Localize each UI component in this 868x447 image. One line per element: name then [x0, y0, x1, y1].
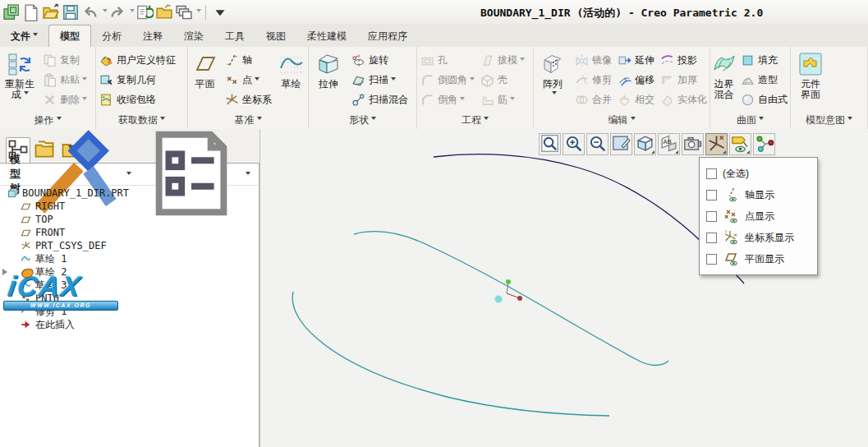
menu-item-axis-display[interactable]: 轴显示	[700, 184, 817, 205]
menu-item-csys-display-checkbox[interactable]	[706, 233, 717, 243]
draft-button[interactable]: 拔模	[477, 50, 527, 70]
recent-folder-button[interactable]	[155, 3, 173, 21]
menu-item-point-display[interactable]: 点显示	[700, 205, 817, 227]
tree-item-在此插入[interactable]: 在此插入	[0, 318, 259, 331]
zoom-fit-button[interactable]	[539, 133, 561, 155]
trim-button[interactable]: 修剪	[572, 70, 614, 90]
ribbon-group-label-曲面[interactable]: 曲面	[710, 113, 790, 127]
zoom-in-button[interactable]	[563, 133, 585, 155]
redo-button[interactable]	[108, 3, 126, 21]
swept-blend-button[interactable]: 扫描混合	[348, 90, 411, 109]
tree-item-RIGHT[interactable]: RIGHT	[0, 200, 259, 213]
datum-display-filters-button[interactable]	[705, 133, 728, 155]
extrude-button[interactable]: 拉伸	[309, 48, 348, 90]
offset-button[interactable]: 偏移	[614, 70, 657, 90]
component-interface-button[interactable]: 元件界面	[791, 48, 830, 100]
project-button[interactable]: 投影	[657, 50, 710, 70]
ribbon-group-label-工程[interactable]: 工程	[417, 113, 533, 127]
shell-button[interactable]: 壳	[477, 70, 527, 90]
copy-button[interactable]: 复制	[39, 50, 90, 70]
round-button[interactable]: 倒圆角	[417, 70, 477, 90]
shrinkwrap-button[interactable]: 收缩包络	[96, 90, 178, 109]
tab-柔性建模[interactable]: 柔性建模	[296, 25, 357, 47]
datum-point-button[interactable]: 点	[222, 70, 274, 90]
tree-item-PRT_CSYS_DEF[interactable]: PRT_CSYS_DEF	[0, 239, 259, 252]
regenerate-quick-button[interactable]	[135, 3, 154, 21]
round-button-label: 倒圆角	[438, 73, 467, 87]
tree-item-FRONT[interactable]: FRONT	[0, 226, 259, 239]
tree-item-草绘 1[interactable]: 草绘 1	[0, 252, 259, 265]
ribbon-group-label-形状[interactable]: 形状	[309, 113, 416, 127]
merge-button[interactable]: 合并	[572, 90, 614, 109]
creo-application-window: BOUNDARY_1_DIR (活动的) - Creo Parametric 2…	[0, 0, 868, 447]
menu-item-csys-display[interactable]: yz坐标系显示	[700, 227, 817, 248]
paste-button[interactable]: 粘贴	[39, 70, 90, 90]
regenerate-button[interactable]: 重新生成	[0, 48, 39, 100]
chamfer-button[interactable]: 倒角	[417, 90, 477, 109]
mirror-button[interactable]: 镜像	[572, 50, 614, 70]
display-style-button[interactable]	[634, 133, 656, 155]
tab-渲染[interactable]: 渲染	[173, 25, 214, 47]
windows-button[interactable]	[175, 3, 193, 21]
hole-button[interactable]: 孔	[417, 50, 477, 70]
point-icon	[225, 73, 239, 87]
extend-button[interactable]: 延伸	[614, 50, 657, 70]
sketch-button[interactable]: 草绘	[274, 48, 308, 90]
pattern-button[interactable]: 阵列	[534, 48, 572, 100]
intersect-button[interactable]: 相交	[614, 90, 657, 109]
tab-模型[interactable]: 模型	[48, 25, 91, 48]
save-button[interactable]	[62, 3, 80, 21]
boundary-curve-teal-lower[interactable]	[292, 292, 609, 416]
dropdown-caret[interactable]	[196, 9, 201, 15]
menu-item-select-all-checkbox[interactable]	[706, 168, 717, 179]
view-manager-button[interactable]	[682, 133, 704, 155]
tab-视图[interactable]: 视图	[255, 25, 296, 47]
menu-item-axis-display-checkbox[interactable]	[706, 190, 717, 200]
ribbon-group-label-编辑[interactable]: 编辑	[534, 113, 710, 127]
menu-item-select-all[interactable]: (全选)	[700, 163, 817, 184]
style-button[interactable]: 造型	[737, 70, 790, 90]
toolbar-overflow-button[interactable]	[211, 3, 229, 21]
rib-button[interactable]: 筋	[477, 90, 527, 109]
repaint-button[interactable]	[610, 133, 632, 155]
menu-item-plane-display-checkbox[interactable]	[706, 254, 717, 265]
copy-geometry-button[interactable]: 复制几何	[96, 70, 178, 90]
menu-item-plane-display[interactable]: 平面显示	[700, 248, 817, 270]
graphics-area[interactable]: AB (全选)轴显示点显示yz坐标系显示平面显示	[259, 129, 868, 447]
boundary-curve-dark[interactable]	[434, 154, 744, 283]
dropdown-caret	[126, 172, 131, 177]
boundary-curve-teal-upper[interactable]	[354, 232, 668, 366]
tab-工具[interactable]: 工具	[214, 25, 255, 47]
delete-button[interactable]: 删除	[39, 90, 90, 109]
udf-button[interactable]: ?用户定义特征	[96, 50, 178, 70]
annotation-display-button[interactable]	[729, 133, 751, 155]
dropdown-caret[interactable]	[103, 9, 108, 15]
datum-plane-button[interactable]: 平面	[188, 48, 222, 90]
datum-axis-button[interactable]: 轴	[222, 50, 274, 70]
datum-csys-button[interactable]: 坐标系	[222, 90, 274, 109]
menu-item-point-display-checkbox[interactable]	[706, 211, 717, 222]
dropdown-caret[interactable]	[130, 9, 135, 15]
spin-center-button[interactable]	[753, 133, 775, 155]
tree-item-BOUNDARY_1_DIR.PRT[interactable]: BOUNDARY_1_DIR.PRT	[0, 187, 259, 200]
ribbon-group-label-模型意图[interactable]: 模型意图	[791, 113, 867, 127]
undo-button[interactable]	[81, 3, 99, 21]
ribbon-group-操作: 重新生成复制粘贴删除操作	[0, 47, 96, 129]
tree-item-TOP[interactable]: TOP	[0, 213, 259, 226]
freestyle-button[interactable]: 自由式	[737, 90, 790, 109]
saved-orientations-button[interactable]: AB	[658, 133, 680, 155]
open-button[interactable]	[42, 3, 60, 21]
solidify-button[interactable]: 实体化	[657, 90, 710, 109]
zoom-out-button[interactable]	[586, 133, 609, 155]
tab-file[interactable]: 文件	[0, 25, 48, 47]
boundary-blend-button[interactable]: 边界混合	[710, 48, 737, 100]
tab-分析[interactable]: 分析	[91, 25, 132, 47]
fill-button[interactable]: 填充	[737, 50, 790, 70]
revolve-button[interactable]: 旋转	[348, 50, 411, 70]
sweep-button[interactable]: 扫描	[348, 70, 411, 90]
new-file-button[interactable]	[22, 3, 40, 21]
thicken-button[interactable]: 加厚	[657, 70, 710, 90]
tab-应用程序[interactable]: 应用程序	[357, 25, 418, 47]
window-cascade-button[interactable]	[2, 3, 21, 21]
tab-注释[interactable]: 注释	[132, 25, 173, 47]
